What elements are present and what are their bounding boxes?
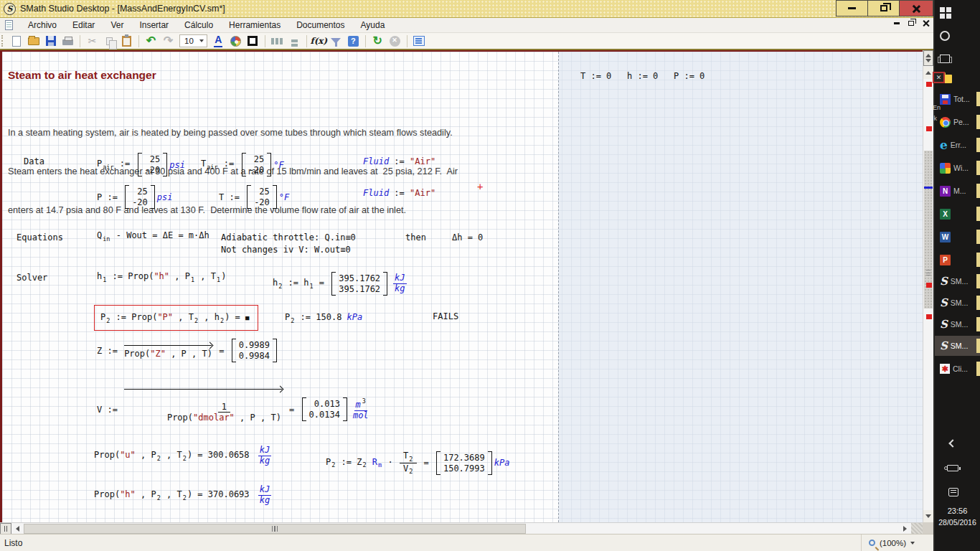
math-energy-balance[interactable]: Qin - Wout = ΔE = m·Δh <box>97 230 209 242</box>
math-fluid-2[interactable]: Fluid := "Air" <box>363 188 435 198</box>
open-button[interactable] <box>26 34 41 48</box>
start-button[interactable] <box>935 3 980 23</box>
panel-close-icon[interactable]: ✕ <box>933 72 945 83</box>
taskbar-item-smath-4-active[interactable]: S SM... <box>935 336 980 356</box>
section-equations[interactable]: Equations <box>17 232 63 242</box>
math-fails-note[interactable]: FAILS <box>433 311 458 321</box>
scroll-left-button[interactable] <box>16 526 19 532</box>
math-note-adiabatic[interactable]: Adiabatic throttle: Q.in≡0 <box>221 232 356 242</box>
math-p[interactable]: P := 25-20 psi <box>97 185 173 209</box>
math-p2-ideal-gas[interactable]: P2 := Z2 Rm · T2 V2 = 172.3689150.7993 k… <box>326 451 509 475</box>
filter-button[interactable] <box>329 34 344 48</box>
font-size-select[interactable]: 10 <box>179 34 207 47</box>
menu-archivo[interactable]: Archivo <box>20 19 65 32</box>
math-note-volume[interactable]: Not changes iv V: W.out≡0 <box>221 245 351 255</box>
taskbar-item-total-commander[interactable]: Tot... <box>935 89 980 109</box>
function-button[interactable]: f(x) <box>311 34 326 48</box>
split-handle[interactable] <box>923 50 933 66</box>
taskbar-item-clip-app[interactable]: ✱ Cli... <box>935 359 980 379</box>
menu-insertar[interactable]: Insertar <box>131 19 176 32</box>
taskbar-item-edge[interactable]: e Err... <box>935 135 980 155</box>
doc-heading[interactable]: Steam to air heat exchanger <box>8 69 156 82</box>
menu-calculo[interactable]: Cálculo <box>176 19 221 32</box>
menu-herramientas[interactable]: Herramientas <box>221 19 288 32</box>
clock-date[interactable]: 28/05/2016 <box>935 518 980 527</box>
taskbar-item-chrome[interactable]: Pe... <box>935 112 980 132</box>
taskbar-item-excel[interactable]: X <box>935 204 980 224</box>
action-center-button[interactable] <box>935 482 980 502</box>
paste-button[interactable] <box>119 34 134 48</box>
math-h1-def[interactable]: h1 := Prop("h" , P1 , T1) <box>97 271 226 283</box>
undo-button[interactable]: ↶ <box>143 34 159 48</box>
taskbar-item-windows-app[interactable]: Wi... <box>935 158 980 178</box>
close-button[interactable] <box>899 0 933 17</box>
math-t0[interactable]: T := 0 <box>580 71 611 81</box>
new-button[interactable] <box>9 34 24 48</box>
math-fluid-1[interactable]: Fluid := "Air" <box>363 156 435 166</box>
scrollbar-thumb[interactable] <box>24 524 526 534</box>
show-hidden-icons-button[interactable] <box>935 433 980 453</box>
worksheet-canvas[interactable]: Steam to air heat exchanger In a steam h… <box>0 50 923 522</box>
math-h2-def[interactable]: h2 := h1 = 395.1762395.1762 kJkg <box>273 272 407 296</box>
taskbar-item-word[interactable]: W <box>935 227 980 247</box>
cortana-button[interactable] <box>935 26 980 46</box>
math-z-def[interactable]: Z := Prop("Z" , P , T) = 0.99890.9984 <box>97 339 279 362</box>
math-v-def[interactable]: V := 1 Prop("dmolar" , P , T) = 0.0130.0… <box>97 386 369 433</box>
vertical-scrollbar[interactable] <box>923 50 933 522</box>
redo-button[interactable]: ↷ <box>161 34 176 48</box>
save-button[interactable] <box>43 34 58 48</box>
horizontal-scrollbar[interactable] <box>0 522 923 534</box>
options-button[interactable] <box>412 34 427 48</box>
math-note-dh[interactable]: Δh = 0 <box>452 232 483 242</box>
taskbar-item-powerpoint[interactable]: P <box>935 250 980 270</box>
doc-close-button[interactable] <box>923 20 929 27</box>
math-p0[interactable]: P := 0 <box>674 71 705 81</box>
math-prop-u[interactable]: Prop("u" , P2 , T2) = 300.0658 kJkg <box>94 446 271 466</box>
taskbar-item-smath-3[interactable]: S SM... <box>935 314 980 334</box>
zoom-control[interactable]: (100%) <box>861 534 915 551</box>
taskbar-item-smath-1[interactable]: S SM... <box>935 271 980 291</box>
scroll-right-button[interactable] <box>903 526 907 532</box>
menu-ayuda[interactable]: Ayuda <box>353 19 393 32</box>
font-color-button[interactable]: A <box>211 34 226 48</box>
section-data[interactable]: Data <box>24 156 44 166</box>
scroll-up-button[interactable] <box>923 67 933 79</box>
toolbar-drag-handle[interactable] <box>1 35 5 47</box>
menu-editar[interactable]: Editar <box>65 19 103 32</box>
doc-restore-button[interactable] <box>908 21 914 26</box>
doc-minimize-button[interactable] <box>894 22 900 24</box>
scrollbar-thumb[interactable] <box>924 151 933 309</box>
stop-button[interactable] <box>387 34 402 48</box>
error-marker[interactable] <box>926 82 932 87</box>
math-t[interactable]: T := 25-20 °F <box>219 185 289 209</box>
document-icon[interactable] <box>5 20 13 30</box>
align-horizontal-button[interactable] <box>270 34 285 48</box>
copy-button[interactable] <box>102 34 117 48</box>
restore-button[interactable] <box>867 0 900 17</box>
math-prop-h[interactable]: Prop("h" , P2 , T2) = 370.0693 kJkg <box>94 485 271 506</box>
math-p-air[interactable]: Pair := 25-20 psi <box>97 153 185 176</box>
menu-documentos[interactable]: Documentos <box>288 19 352 32</box>
math-t-air[interactable]: Tair := 25-20 °F <box>201 153 284 176</box>
math-p2-prop-def[interactable]: P2 := Prop("P" , T2 , h2) = ■ <box>100 312 249 324</box>
palette-button[interactable] <box>228 34 243 48</box>
cut-button[interactable]: ✂ <box>85 34 100 48</box>
clock-time[interactable]: 23:56 <box>935 507 980 515</box>
split-handle[interactable] <box>0 523 11 534</box>
minimize-button[interactable] <box>836 0 868 17</box>
section-solver[interactable]: Solver <box>17 273 47 283</box>
taskbar-item-onenote[interactable]: N M... <box>935 181 980 201</box>
task-view-button[interactable] <box>935 49 980 69</box>
error-marker[interactable] <box>926 283 932 288</box>
error-marker[interactable] <box>926 314 932 319</box>
math-h0[interactable]: h := 0 <box>627 71 658 81</box>
border-button[interactable] <box>245 34 260 48</box>
refresh-button[interactable]: ↻ <box>370 34 385 48</box>
menu-ver[interactable]: Ver <box>103 19 131 32</box>
battery-indicator[interactable] <box>935 458 980 478</box>
align-vertical-button[interactable] <box>287 34 302 48</box>
math-p2-value[interactable]: P2 := 150.8 kPa <box>285 312 362 324</box>
taskbar-item-smath-2[interactable]: S SM... <box>935 293 980 313</box>
error-marker[interactable] <box>926 126 932 131</box>
help-button[interactable] <box>346 34 361 48</box>
